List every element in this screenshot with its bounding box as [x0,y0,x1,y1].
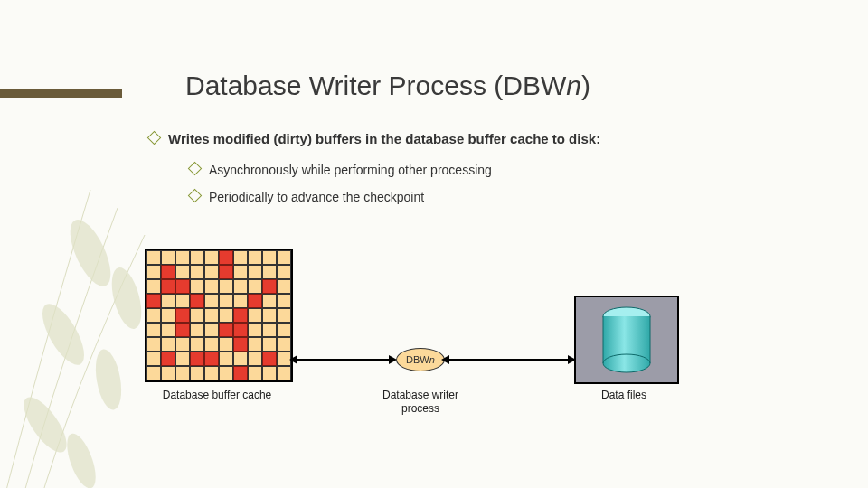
buffer-cell [262,250,277,265]
buffer-cell [146,250,161,265]
bullet-sub1-text: Asynchronously while performing other pr… [209,163,492,177]
buffer-cell [175,366,190,380]
buffer-cell [262,366,277,380]
dirty-buffer-cell [175,308,190,323]
buffer-cell [161,294,175,308]
buffer-cell [175,352,190,366]
buffer-cache-grid [145,249,293,382]
svg-point-1 [106,265,146,333]
dirty-buffer-cell [219,250,233,265]
buffer-cell [262,265,277,279]
buffer-cell [175,250,190,265]
buffer-cell [277,366,291,380]
buffer-cell [248,366,262,380]
buffer-cell [204,250,219,265]
buffer-cell [161,366,175,380]
svg-point-4 [16,390,74,458]
diamond-icon [188,189,203,203]
accent-bar [0,89,122,98]
disk-cylinder-icon [599,306,654,373]
buffer-cell [219,294,233,308]
buffer-cell [204,308,219,323]
dirty-buffer-cell [219,323,233,337]
buffer-cell [161,308,175,323]
buffer-cell [204,366,219,380]
buffer-cell [146,352,161,366]
buffer-cell [175,337,190,352]
dirty-buffer-cell [190,352,204,366]
diamond-icon [147,131,162,145]
buffer-cell [248,279,262,294]
dirty-buffer-cell [233,308,248,323]
buffer-cell [248,265,262,279]
dbwn-prefix: DBW [406,354,429,365]
dirty-buffer-cell [262,352,277,366]
buffer-cell [262,294,277,308]
buffer-cell [233,265,248,279]
buffer-cell [190,308,204,323]
title-suffix: ) [581,70,590,100]
buffer-cell [277,308,291,323]
buffer-cell [219,352,233,366]
buffer-cell [204,323,219,337]
buffer-cell [219,337,233,352]
svg-point-0 [62,214,119,292]
dirty-buffer-cell [233,366,248,380]
buffer-cell [262,308,277,323]
dirty-buffer-cell [190,294,204,308]
buffer-cell [277,265,291,279]
buffer-cell [146,337,161,352]
buffer-cell [146,366,161,380]
label-buffer-cache: Database buffer cache [158,389,276,402]
buffer-cell [204,265,219,279]
buffer-cell [248,337,262,352]
dirty-buffer-cell [146,294,161,308]
buffer-cell [219,308,233,323]
buffer-cell [204,279,219,294]
buffer-cell [248,308,262,323]
dirty-buffer-cell [175,279,190,294]
bullet-sub2-text: Periodically to advance the checkpoint [209,190,424,204]
buffer-cell [190,250,204,265]
buffer-cell [277,250,291,265]
label-writer-process: Database writer process [371,389,470,416]
buffer-cell [146,265,161,279]
dirty-buffer-cell [219,265,233,279]
dirty-buffer-cell [262,279,277,294]
bullet-main-text: Writes modified (dirty) buffers in the d… [168,131,600,146]
svg-point-2 [34,298,92,371]
dirty-buffer-cell [204,352,219,366]
bullet-sub-2: Periodically to advance the checkpoint [190,190,782,204]
dirty-buffer-cell [248,294,262,308]
buffer-cell [190,265,204,279]
buffer-cell [262,337,277,352]
buffer-cell [277,279,291,294]
buffer-cell [219,279,233,294]
buffer-cell [190,337,204,352]
buffer-cell [190,323,204,337]
buffer-cell [161,250,175,265]
dbwn-n: n [429,354,435,365]
bullet-sub-1: Asynchronously while performing other pr… [190,163,782,177]
diamond-icon [188,162,203,176]
title-prefix: Database Writer Process (DBW [185,70,566,100]
buffer-cell [175,265,190,279]
buffer-cell [262,323,277,337]
buffer-cell [146,323,161,337]
buffer-cell [146,279,161,294]
buffer-cell [204,337,219,352]
bullet-list: Writes modified (dirty) buffers in the d… [149,131,782,217]
buffer-cell [277,337,291,352]
data-files-box [574,296,679,384]
buffer-cell [161,323,175,337]
buffer-cell [219,366,233,380]
buffer-cell [248,323,262,337]
buffer-cell [190,366,204,380]
svg-point-8 [603,354,650,372]
dirty-buffer-cell [175,323,190,337]
label-data-files: Data files [588,389,660,402]
buffer-cell [277,323,291,337]
dirty-buffer-cell [161,352,175,366]
diagram: DBWn Database buffer cache Database writ… [145,249,778,456]
buffer-cell [175,294,190,308]
